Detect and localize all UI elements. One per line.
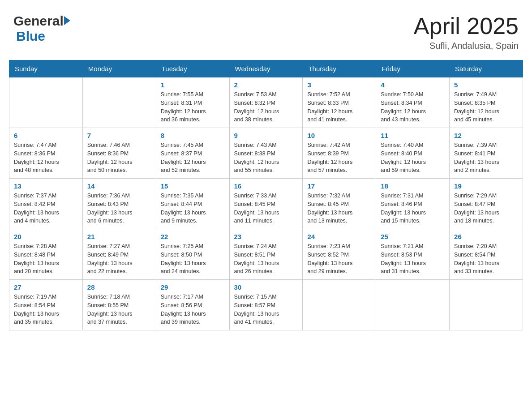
- day-number: 27: [14, 283, 78, 291]
- day-number: 10: [307, 132, 371, 139]
- day-number: 29: [161, 283, 225, 291]
- calendar-cell: 29Sunrise: 7:17 AM Sunset: 8:56 PM Dayli…: [156, 280, 229, 330]
- calendar-cell: [9, 77, 83, 128]
- day-info: Sunrise: 7:20 AM Sunset: 8:54 PM Dayligh…: [454, 242, 518, 276]
- calendar-cell: 12Sunrise: 7:39 AM Sunset: 8:41 PM Dayli…: [450, 128, 523, 179]
- day-number: 30: [234, 283, 298, 291]
- day-info: Sunrise: 7:23 AM Sunset: 8:52 PM Dayligh…: [307, 242, 371, 276]
- day-number: 6: [14, 132, 78, 139]
- day-info: Sunrise: 7:50 AM Sunset: 8:34 PM Dayligh…: [381, 90, 445, 124]
- day-number: 14: [87, 182, 151, 190]
- calendar-title: April 2025: [414, 13, 519, 39]
- week-row-5: 27Sunrise: 7:19 AM Sunset: 8:54 PM Dayli…: [9, 280, 523, 330]
- day-info: Sunrise: 7:53 AM Sunset: 8:32 PM Dayligh…: [234, 90, 298, 124]
- calendar-cell: [450, 280, 523, 330]
- day-number: 7: [87, 132, 151, 139]
- calendar-cell: 17Sunrise: 7:32 AM Sunset: 8:45 PM Dayli…: [303, 179, 376, 229]
- week-row-3: 13Sunrise: 7:37 AM Sunset: 8:42 PM Dayli…: [9, 179, 523, 229]
- day-info: Sunrise: 7:33 AM Sunset: 8:45 PM Dayligh…: [234, 192, 298, 225]
- day-info: Sunrise: 7:42 AM Sunset: 8:39 PM Dayligh…: [307, 141, 371, 175]
- day-number: 4: [381, 81, 445, 89]
- calendar-cell: 13Sunrise: 7:37 AM Sunset: 8:42 PM Dayli…: [9, 179, 83, 229]
- col-header-monday: Monday: [82, 60, 156, 77]
- col-header-sunday: Sunday: [9, 60, 83, 77]
- calendar-cell: 21Sunrise: 7:27 AM Sunset: 8:49 PM Dayli…: [82, 229, 156, 280]
- day-number: 20: [14, 233, 78, 240]
- logo: General Blue: [13, 13, 70, 44]
- calendar-table: SundayMondayTuesdayWednesdayThursdayFrid…: [9, 60, 523, 330]
- day-info: Sunrise: 7:37 AM Sunset: 8:42 PM Dayligh…: [14, 192, 78, 225]
- calendar-cell: 8Sunrise: 7:45 AM Sunset: 8:37 PM Daylig…: [156, 128, 229, 179]
- day-info: Sunrise: 7:18 AM Sunset: 8:55 PM Dayligh…: [87, 293, 151, 326]
- calendar-cell: 27Sunrise: 7:19 AM Sunset: 8:54 PM Dayli…: [9, 280, 83, 330]
- day-info: Sunrise: 7:45 AM Sunset: 8:37 PM Dayligh…: [161, 141, 225, 175]
- logo-arrow-icon: [64, 16, 70, 25]
- day-number: 24: [307, 233, 371, 240]
- day-info: Sunrise: 7:29 AM Sunset: 8:47 PM Dayligh…: [454, 192, 518, 225]
- calendar-cell: 23Sunrise: 7:24 AM Sunset: 8:51 PM Dayli…: [229, 229, 303, 280]
- day-info: Sunrise: 7:24 AM Sunset: 8:51 PM Dayligh…: [234, 242, 298, 276]
- day-info: Sunrise: 7:25 AM Sunset: 8:50 PM Dayligh…: [161, 242, 225, 276]
- day-info: Sunrise: 7:39 AM Sunset: 8:41 PM Dayligh…: [454, 141, 518, 175]
- day-info: Sunrise: 7:31 AM Sunset: 8:46 PM Dayligh…: [381, 192, 445, 225]
- day-info: Sunrise: 7:28 AM Sunset: 8:48 PM Dayligh…: [14, 242, 78, 276]
- calendar-cell: 3Sunrise: 7:52 AM Sunset: 8:33 PM Daylig…: [303, 77, 376, 128]
- col-header-tuesday: Tuesday: [156, 60, 229, 77]
- day-number: 23: [234, 233, 298, 240]
- day-info: Sunrise: 7:21 AM Sunset: 8:53 PM Dayligh…: [381, 242, 445, 276]
- calendar-cell: 25Sunrise: 7:21 AM Sunset: 8:53 PM Dayli…: [376, 229, 450, 280]
- day-info: Sunrise: 7:15 AM Sunset: 8:57 PM Dayligh…: [234, 293, 298, 326]
- day-number: 5: [454, 81, 518, 89]
- day-number: 26: [454, 233, 518, 240]
- title-block: April 2025 Sufli, Andalusia, Spain: [414, 13, 519, 51]
- calendar-cell: 18Sunrise: 7:31 AM Sunset: 8:46 PM Dayli…: [376, 179, 450, 229]
- calendar-cell: 11Sunrise: 7:40 AM Sunset: 8:40 PM Dayli…: [376, 128, 450, 179]
- day-number: 22: [161, 233, 225, 240]
- day-number: 1: [161, 81, 225, 89]
- day-number: 28: [87, 283, 151, 291]
- calendar-cell: 20Sunrise: 7:28 AM Sunset: 8:48 PM Dayli…: [9, 229, 83, 280]
- calendar-cell: 4Sunrise: 7:50 AM Sunset: 8:34 PM Daylig…: [376, 77, 450, 128]
- calendar-cell: 7Sunrise: 7:46 AM Sunset: 8:36 PM Daylig…: [82, 128, 156, 179]
- logo-blue-text: Blue: [16, 29, 45, 43]
- calendar-cell: 5Sunrise: 7:49 AM Sunset: 8:35 PM Daylig…: [450, 77, 523, 128]
- day-info: Sunrise: 7:27 AM Sunset: 8:49 PM Dayligh…: [87, 242, 151, 276]
- day-number: 17: [307, 182, 371, 190]
- day-number: 19: [454, 182, 518, 190]
- calendar-cell: 2Sunrise: 7:53 AM Sunset: 8:32 PM Daylig…: [229, 77, 303, 128]
- day-number: 9: [234, 132, 298, 139]
- calendar-cell: 26Sunrise: 7:20 AM Sunset: 8:54 PM Dayli…: [450, 229, 523, 280]
- day-info: Sunrise: 7:43 AM Sunset: 8:38 PM Dayligh…: [234, 141, 298, 175]
- calendar-cell: 19Sunrise: 7:29 AM Sunset: 8:47 PM Dayli…: [450, 179, 523, 229]
- day-number: 21: [87, 233, 151, 240]
- calendar-cell: 30Sunrise: 7:15 AM Sunset: 8:57 PM Dayli…: [229, 280, 303, 330]
- week-row-4: 20Sunrise: 7:28 AM Sunset: 8:48 PM Dayli…: [9, 229, 523, 280]
- day-number: 2: [234, 81, 298, 89]
- week-row-2: 6Sunrise: 7:47 AM Sunset: 8:36 PM Daylig…: [9, 128, 523, 179]
- day-info: Sunrise: 7:40 AM Sunset: 8:40 PM Dayligh…: [381, 141, 445, 175]
- col-header-saturday: Saturday: [450, 60, 523, 77]
- calendar-cell: 9Sunrise: 7:43 AM Sunset: 8:38 PM Daylig…: [229, 128, 303, 179]
- col-header-wednesday: Wednesday: [229, 60, 303, 77]
- day-info: Sunrise: 7:52 AM Sunset: 8:33 PM Dayligh…: [307, 90, 371, 124]
- day-number: 25: [381, 233, 445, 240]
- day-number: 3: [307, 81, 371, 89]
- day-number: 16: [234, 182, 298, 190]
- day-info: Sunrise: 7:49 AM Sunset: 8:35 PM Dayligh…: [454, 90, 518, 124]
- page-header: General Blue April 2025 Sufli, Andalusia…: [9, 9, 523, 51]
- calendar-cell: 22Sunrise: 7:25 AM Sunset: 8:50 PM Dayli…: [156, 229, 229, 280]
- calendar-location: Sufli, Andalusia, Spain: [414, 41, 519, 51]
- calendar-cell: 14Sunrise: 7:36 AM Sunset: 8:43 PM Dayli…: [82, 179, 156, 229]
- calendar-cell: 1Sunrise: 7:55 AM Sunset: 8:31 PM Daylig…: [156, 77, 229, 128]
- calendar-cell: 16Sunrise: 7:33 AM Sunset: 8:45 PM Dayli…: [229, 179, 303, 229]
- week-row-1: 1Sunrise: 7:55 AM Sunset: 8:31 PM Daylig…: [9, 77, 523, 128]
- day-info: Sunrise: 7:19 AM Sunset: 8:54 PM Dayligh…: [14, 293, 78, 326]
- calendar-cell: [82, 77, 156, 128]
- day-info: Sunrise: 7:47 AM Sunset: 8:36 PM Dayligh…: [14, 141, 78, 175]
- day-number: 12: [454, 132, 518, 139]
- logo-general-text: General: [13, 13, 64, 29]
- day-number: 13: [14, 182, 78, 190]
- day-number: 15: [161, 182, 225, 190]
- col-header-friday: Friday: [376, 60, 450, 77]
- day-number: 18: [381, 182, 445, 190]
